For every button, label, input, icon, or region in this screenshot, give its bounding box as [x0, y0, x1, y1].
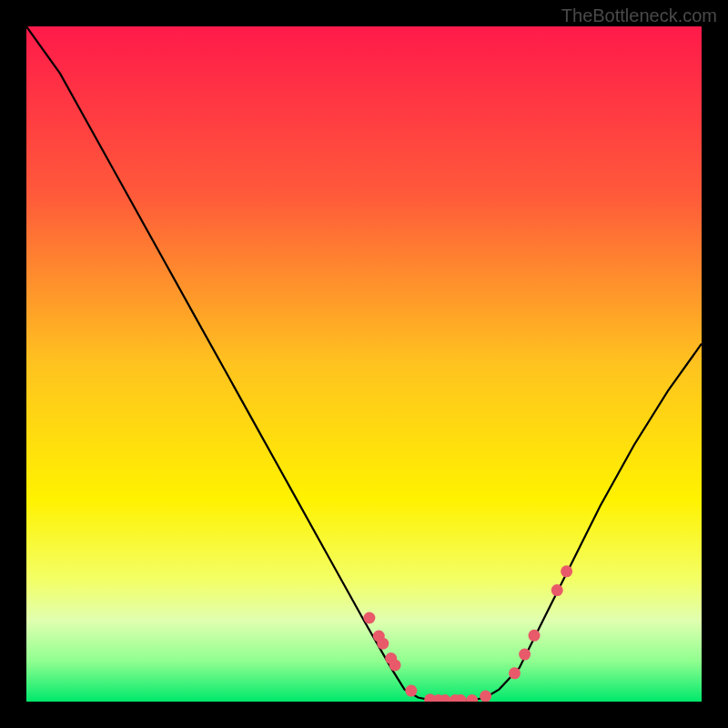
data-point	[389, 659, 401, 671]
data-point	[529, 630, 541, 642]
watermark-text: TheBottleneck.com	[561, 5, 717, 26]
data-point	[551, 584, 563, 596]
chart-svg	[26, 26, 702, 702]
chart-plot-area	[26, 26, 702, 702]
data-point	[405, 685, 417, 697]
data-point	[561, 565, 572, 577]
data-point	[509, 667, 521, 679]
gradient-background	[26, 26, 702, 702]
data-point	[363, 612, 375, 624]
data-point	[519, 649, 531, 661]
data-point	[377, 638, 389, 650]
data-point	[480, 691, 491, 702]
